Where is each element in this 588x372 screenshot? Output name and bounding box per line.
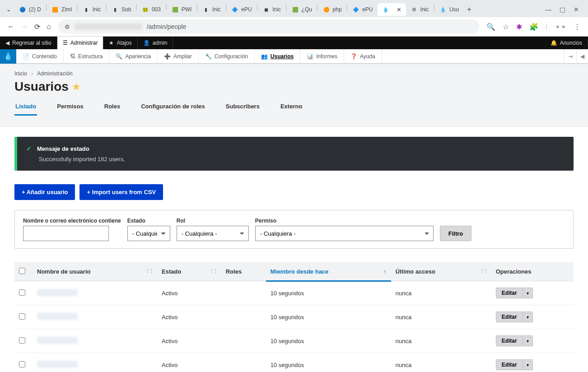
col-last-access[interactable]: Último acceso⋮⋮	[391, 262, 491, 281]
edit-dropdown[interactable]: ▾	[523, 288, 533, 298]
browser-tab[interactable]: 🟩¿Qu	[287, 3, 317, 16]
local-tab[interactable]: Subscribers	[225, 98, 261, 116]
edit-dropdown[interactable]: ▾	[523, 359, 533, 370]
admin-menu-item[interactable]: 📄Contenido	[16, 49, 64, 63]
browser-tab[interactable]: ⚙Inic	[406, 3, 434, 16]
local-tab[interactable]: Permisos	[56, 98, 84, 116]
admin-menu-item[interactable]: 👥Usuarios	[255, 49, 300, 63]
browser-tab[interactable]: 🔷ePU	[227, 3, 256, 16]
col-username[interactable]: Nombre de usuario⋮⋮	[33, 262, 157, 281]
favicon-icon: ▮	[202, 6, 210, 13]
admin-menu-item[interactable]: 🔧Configuración	[199, 49, 255, 63]
local-tab[interactable]: Listado	[14, 98, 37, 116]
users-table: Nombre de usuario⋮⋮ Estado⋮⋮ Roles Miemb…	[14, 262, 574, 372]
new-tab-button[interactable]: +	[463, 4, 475, 15]
local-tab[interactable]: Configuración de roles	[140, 98, 206, 116]
close-window-button[interactable]: ✕	[574, 6, 579, 13]
favicon-icon: 🔵	[19, 6, 26, 13]
browser-tab[interactable]: ▮Sob	[107, 3, 135, 16]
extensions-icon[interactable]: 🧩	[529, 23, 538, 31]
close-tab-icon[interactable]: ✕	[397, 6, 401, 13]
drupal-logo[interactable]: 💧	[0, 49, 16, 64]
admin-menu-item[interactable]: 🔍Apariencia	[109, 49, 158, 63]
select-all-checkbox[interactable]	[19, 268, 25, 274]
browser-tab[interactable]: ▮Inic	[198, 3, 225, 16]
username-blurred[interactable]	[37, 361, 78, 368]
breadcrumb-home[interactable]: Inicio	[14, 70, 27, 77]
add-user-button[interactable]: + Añadir usuario	[14, 184, 75, 200]
local-tab[interactable]: Externo	[280, 98, 303, 116]
admin-menu-item[interactable]: ❓Ayuda	[344, 49, 382, 63]
col-status[interactable]: Estado⋮⋮	[157, 262, 221, 281]
bell-icon: 🔔	[551, 40, 557, 46]
favicon-icon: ▮	[112, 6, 119, 13]
username-blurred[interactable]	[37, 313, 78, 320]
menu-item-icon: 🏗	[70, 53, 75, 60]
edit-button[interactable]: Editar	[496, 288, 523, 298]
table-row: Activo 10 segundos nunca Editar ▾	[14, 353, 574, 372]
menu-icon[interactable]: ⋮	[574, 23, 581, 31]
edit-button[interactable]: Editar	[496, 359, 523, 370]
browser-tab[interactable]: 🟠php	[318, 3, 346, 16]
zoom-icon[interactable]: 🔍	[486, 23, 495, 31]
manage-toggle[interactable]: ☰ Administrar	[57, 37, 104, 49]
col-roles: Roles	[221, 262, 266, 281]
row-checkbox[interactable]	[19, 361, 25, 367]
bookmark-star-icon[interactable]: ☆	[503, 23, 509, 31]
browser-tab[interactable]: 💧Usu	[435, 3, 463, 16]
perm-filter-select[interactable]: - Cualquiera -	[255, 226, 434, 241]
state-filter-select[interactable]: - Cualquiera -	[127, 226, 170, 241]
local-tab[interactable]: Roles	[103, 98, 121, 116]
edit-dropdown[interactable]: ▾	[523, 312, 533, 322]
announcements-link[interactable]: 🔔 Anuncios	[545, 40, 588, 46]
user-menu[interactable]: 👤 admin	[138, 37, 173, 49]
edit-dropdown[interactable]: ▾	[523, 335, 533, 346]
browser-tab[interactable]: ◼Inic	[258, 3, 285, 16]
back-to-site-link[interactable]: ◀ Regresar al sitio	[0, 37, 57, 49]
profile-icon[interactable]: ⚬⚬	[555, 23, 566, 31]
username-blurred[interactable]	[37, 337, 78, 344]
username-blurred[interactable]	[37, 289, 78, 296]
browser-tab[interactable]: 💧✕	[378, 3, 406, 16]
row-checkbox[interactable]	[19, 337, 25, 344]
admin-menu-item[interactable]: 🏗Estructura	[64, 49, 110, 63]
url-field[interactable]: ⚙ /admin/people	[58, 19, 479, 34]
menu-orientation-toggle[interactable]: ⇥	[564, 49, 576, 64]
cell-member-since: 10 segundos	[266, 329, 391, 353]
name-filter-input[interactable]	[23, 226, 109, 241]
home-button[interactable]: ⌂	[47, 23, 51, 31]
table-row: Activo 10 segundos nunca Editar ▾	[14, 305, 574, 329]
admin-menu-item[interactable]: ➕Ampliar	[158, 49, 199, 63]
favorite-star-icon[interactable]: ★	[72, 81, 80, 92]
site-settings-icon[interactable]: ⚙	[65, 23, 70, 30]
browser-tab[interactable]: 🟧Ziml	[47, 3, 76, 16]
admin-menu-item[interactable]: 📊Informes	[300, 49, 344, 63]
browser-tab[interactable]: ▮Inic	[78, 3, 106, 16]
cell-status: Activo	[157, 353, 221, 372]
edit-button[interactable]: Editar	[496, 312, 523, 322]
breadcrumb: Inicio › Administración	[14, 70, 574, 77]
cell-last-access: nunca	[391, 353, 491, 372]
col-member-since[interactable]: Miembro desde hace↑	[266, 262, 391, 281]
maximize-button[interactable]: ▢	[560, 6, 565, 13]
row-checkbox[interactable]	[19, 313, 25, 320]
minimize-button[interactable]: —	[545, 6, 551, 13]
browser-tab[interactable]: 🟩PWI	[167, 3, 196, 16]
row-checkbox[interactable]	[19, 289, 25, 296]
browser-tab[interactable]: 🔷ePU	[348, 3, 377, 16]
role-filter-select[interactable]: - Cualquiera -	[177, 226, 249, 241]
edit-button[interactable]: Editar	[496, 335, 523, 346]
browser-tab[interactable]: 🐸003	[137, 3, 165, 16]
forward-button[interactable]: →	[21, 23, 28, 31]
shortcuts-link[interactable]: ★ Atajos	[103, 37, 137, 49]
import-csv-button[interactable]: + Import users from CSV	[79, 184, 163, 200]
breadcrumb-admin[interactable]: Administración	[37, 70, 73, 77]
menu-collapse-toggle[interactable]: ◀	[576, 49, 588, 64]
browser-tab[interactable]: 🔵(2) D	[14, 3, 46, 16]
extension-icon-1[interactable]: ✱	[516, 23, 522, 31]
reload-button[interactable]: ⟳	[34, 23, 40, 31]
favicon-icon: ⚙	[411, 6, 418, 13]
back-button[interactable]: ←	[7, 23, 14, 31]
filter-button[interactable]: Filtro	[440, 226, 472, 241]
tab-dropdown[interactable]: ⌄	[3, 6, 14, 13]
